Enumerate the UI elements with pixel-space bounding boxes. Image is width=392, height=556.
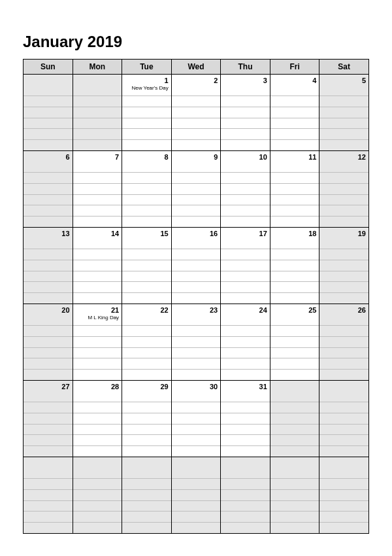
calendar-day-cell: 24 — [221, 304, 270, 381]
note-lines — [24, 96, 73, 150]
weekday-header: Fri — [270, 60, 319, 75]
note-lines — [221, 249, 270, 304]
day-number: 12 — [319, 151, 368, 162]
note-lines — [270, 402, 319, 457]
calendar-day-cell: 13 — [24, 228, 73, 304]
day-number: 7 — [73, 151, 122, 162]
calendar-day-cell — [171, 457, 221, 534]
calendar-day-cell: 28 — [73, 381, 122, 457]
calendar-day-cell — [319, 381, 369, 457]
calendar-day-cell: 5 — [319, 75, 369, 151]
note-lines — [319, 172, 368, 227]
note-lines — [24, 249, 73, 304]
calendar-day-cell: 29 — [122, 381, 172, 457]
note-lines — [73, 249, 122, 304]
day-number: 30 — [172, 381, 221, 391]
note-lines — [24, 478, 73, 533]
note-lines — [221, 325, 270, 380]
day-number: 16 — [172, 228, 221, 238]
calendar-day-cell — [24, 75, 73, 151]
note-lines — [73, 325, 122, 380]
calendar-day-cell: 1New Year's Day — [122, 75, 172, 151]
calendar-grid: Sun Mon Tue Wed Thu Fri Sat 1New Year's … — [23, 59, 369, 534]
day-number: 17 — [221, 228, 270, 238]
note-lines — [24, 172, 73, 227]
note-lines — [122, 172, 171, 227]
day-number: 18 — [270, 228, 319, 238]
day-number: 14 — [73, 228, 122, 238]
note-lines — [24, 402, 73, 457]
calendar-day-cell: 3 — [221, 75, 270, 151]
note-lines — [122, 96, 171, 150]
note-lines — [221, 402, 270, 457]
note-lines — [221, 96, 270, 150]
note-lines — [319, 96, 368, 150]
weekday-header: Sun — [24, 60, 73, 75]
calendar-day-cell: 23 — [171, 304, 221, 381]
note-lines — [172, 96, 221, 150]
note-lines — [319, 325, 368, 380]
calendar-day-cell: 8 — [122, 151, 172, 228]
note-lines — [319, 249, 368, 304]
day-number: 13 — [24, 228, 73, 238]
note-lines — [319, 402, 368, 457]
day-number: 2 — [172, 75, 221, 85]
day-number: 19 — [319, 228, 368, 238]
note-lines — [319, 478, 368, 533]
note-lines — [172, 172, 221, 227]
calendar-day-cell: 11 — [270, 151, 319, 228]
calendar-day-cell — [24, 457, 73, 534]
day-number: 29 — [122, 381, 171, 391]
note-lines — [270, 249, 319, 304]
note-lines — [122, 325, 171, 380]
day-number: 28 — [73, 381, 122, 391]
calendar-title: January 2019 — [23, 33, 369, 51]
day-number: 20 — [24, 304, 73, 315]
calendar-week-row: 6789101112 — [24, 151, 369, 228]
calendar-week-row: 2728293031 — [24, 381, 369, 457]
calendar-day-cell — [319, 457, 369, 534]
day-number: 6 — [24, 151, 73, 162]
calendar-day-cell: 6 — [24, 151, 73, 228]
calendar-week-row — [24, 457, 369, 534]
day-number: 23 — [172, 304, 221, 315]
day-number: 1 — [122, 75, 171, 85]
calendar-day-cell: 9 — [171, 151, 221, 228]
calendar-day-cell: 19 — [319, 228, 369, 304]
calendar-day-cell: 30 — [171, 381, 221, 457]
note-lines — [73, 172, 122, 227]
calendar-day-cell: 25 — [270, 304, 319, 381]
calendar-day-cell — [221, 457, 270, 534]
calendar-day-cell: 12 — [319, 151, 369, 228]
note-lines — [24, 325, 73, 380]
weekday-header: Tue — [122, 60, 172, 75]
day-number: 27 — [24, 381, 73, 391]
day-number: 4 — [270, 75, 319, 85]
note-lines — [73, 478, 122, 533]
note-lines — [221, 478, 270, 533]
weekday-header: Sat — [319, 60, 369, 75]
calendar-day-cell: 21M L King Day — [73, 304, 122, 381]
calendar-day-cell: 14 — [73, 228, 122, 304]
day-number: 5 — [319, 75, 368, 85]
calendar-week-row: 1New Year's Day2345 — [24, 75, 369, 151]
calendar-day-cell: 4 — [270, 75, 319, 151]
note-lines — [172, 325, 221, 380]
day-number: 31 — [221, 381, 270, 391]
weekday-header-row: Sun Mon Tue Wed Thu Fri Sat — [24, 60, 369, 75]
note-lines — [221, 172, 270, 227]
calendar-day-cell — [73, 457, 122, 534]
calendar-day-cell: 7 — [73, 151, 122, 228]
note-lines — [270, 172, 319, 227]
note-lines — [73, 402, 122, 457]
day-number: 3 — [221, 75, 270, 85]
day-number: 25 — [270, 304, 319, 315]
note-lines — [270, 325, 319, 380]
calendar-day-cell: 18 — [270, 228, 319, 304]
day-number: 24 — [221, 304, 270, 315]
day-number: 9 — [172, 151, 221, 162]
calendar-day-cell — [122, 457, 172, 534]
weekday-header: Mon — [73, 60, 122, 75]
calendar-day-cell — [270, 381, 319, 457]
note-lines — [122, 249, 171, 304]
